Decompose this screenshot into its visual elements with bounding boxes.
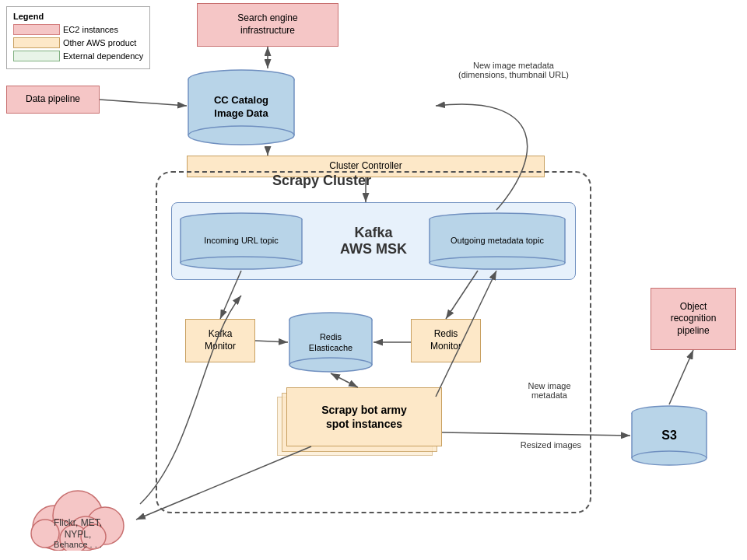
legend-label-ec2: EC2 instances xyxy=(63,25,118,34)
new-image-metadata-label: New image metadata (dimensions, thumbnai… xyxy=(451,61,576,79)
cc-catalog-label: CC CatalogImage Data xyxy=(214,94,268,121)
cc-catalog-cylinder: CC CatalogImage Data xyxy=(187,68,296,146)
outgoing-metadata-label: Outgoing metadata topic xyxy=(451,235,544,247)
object-recognition-label: Object recognition pipeline xyxy=(671,301,717,338)
svg-line-48 xyxy=(669,350,693,404)
resized-images-label: Resized images xyxy=(512,440,590,450)
svg-point-4 xyxy=(188,126,294,145)
legend-item-ec2: EC2 instances xyxy=(13,24,143,35)
svg-point-14 xyxy=(430,257,565,269)
scrapy-cluster-label: Scrapy Cluster xyxy=(272,173,371,189)
redis-monitor-box: Redis Monitor xyxy=(411,319,481,362)
legend: Legend EC2 instances Other AWS product E… xyxy=(6,6,150,69)
kafka-monitor-box: Kafka Monitor xyxy=(185,319,255,362)
svg-point-19 xyxy=(289,358,372,372)
svg-line-39 xyxy=(100,100,187,106)
legend-title: Legend xyxy=(13,12,143,21)
kafka-monitor-label: Kafka Monitor xyxy=(205,328,236,352)
scrapy-bot-label: Scrapy bot army spot instances xyxy=(321,403,407,431)
svg-point-24 xyxy=(632,451,707,465)
legend-color-ec2 xyxy=(13,24,60,35)
kafka-msk-label: KafkaAWS MSK xyxy=(340,225,407,257)
data-pipeline-box: Data pipeline xyxy=(6,86,100,114)
svg-point-9 xyxy=(181,257,302,269)
new-image-metadata2-label: New image metadata xyxy=(510,381,588,400)
search-engine-box: Search engine infrastructure xyxy=(197,3,338,47)
object-recognition-box: Object recognition pipeline xyxy=(651,288,736,350)
scrapy-bot-box: Scrapy bot army spot instances xyxy=(286,387,442,446)
flickr-cloud: Flickr, MET, NYPL, Behance . . . xyxy=(16,473,140,551)
svg-text:NYPL,: NYPL, xyxy=(65,529,92,540)
legend-item-aws: Other AWS product xyxy=(13,37,143,48)
incoming-url-cylinder: Incoming URL topic xyxy=(179,212,303,271)
legend-label-aws: Other AWS product xyxy=(63,38,136,47)
legend-color-aws xyxy=(13,37,60,48)
incoming-url-label: Incoming URL topic xyxy=(204,235,279,247)
search-engine-label: Search engine infrastructure xyxy=(237,12,297,37)
s3-cylinder: S3 xyxy=(630,404,708,467)
redis-elasticache-label: RedisElasticache xyxy=(309,331,352,354)
redis-monitor-label: Redis Monitor xyxy=(430,328,461,352)
svg-text:Behance . . .: Behance . . . xyxy=(54,540,102,549)
data-pipeline-label: Data pipeline xyxy=(26,93,80,106)
legend-label-ext: External dependency xyxy=(63,51,143,61)
diagram: Legend EC2 instances Other AWS product E… xyxy=(0,0,747,560)
redis-elasticache-cylinder: RedisElasticache xyxy=(288,311,374,373)
legend-item-ext: External dependency xyxy=(13,51,143,61)
outgoing-metadata-cylinder: Outgoing metadata topic xyxy=(428,212,566,271)
legend-color-ext xyxy=(13,51,60,61)
s3-label: S3 xyxy=(661,427,677,444)
svg-text:Flickr, MET,: Flickr, MET, xyxy=(54,517,102,528)
